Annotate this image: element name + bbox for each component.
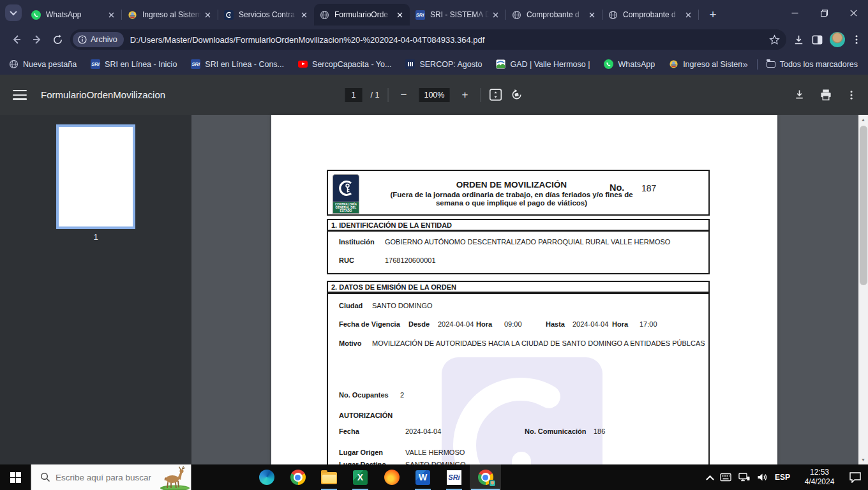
start-button[interactable] <box>0 464 31 490</box>
side-panel-icon[interactable] <box>811 34 823 46</box>
back-button[interactable] <box>6 29 27 50</box>
address-bar[interactable]: Archivo D:/Users/Master/Downloads/Formul… <box>70 29 786 50</box>
field-value: 2 <box>400 391 404 399</box>
scroll-down-arrow[interactable]: ▼ <box>858 455 868 464</box>
tab-close-icon[interactable] <box>587 10 597 20</box>
bookmark-sercopcapacita[interactable]: SercopCapacita - Yo... <box>298 60 391 69</box>
taskbar-clock[interactable]: 12:53 4/4/2024 <box>797 468 842 487</box>
page-thumbnail-selected[interactable] <box>56 124 135 229</box>
address-toolbar: Archivo D:/Users/Master/Downloads/Formul… <box>0 26 868 54</box>
close-window-button[interactable] <box>839 0 868 26</box>
taskbar-chrome-button[interactable] <box>282 464 313 490</box>
ciudad-row: Ciudad SANTO DOMINGO <box>328 302 708 311</box>
scroll-up-arrow[interactable]: ▲ <box>858 115 868 124</box>
rotate-button[interactable] <box>510 89 523 101</box>
bookmark-whatsapp[interactable]: WhatsApp <box>604 59 655 69</box>
browser-menu-icon[interactable] <box>851 34 862 45</box>
tab-close-icon[interactable] <box>490 10 500 20</box>
touch-keyboard-icon[interactable] <box>720 473 731 482</box>
field-value: MOVILIZACIÓN DE AUTORIDADES HACIA LA CIU… <box>372 339 705 347</box>
field-label: Fecha de Vigencia <box>339 320 400 328</box>
tab-close-icon[interactable] <box>683 10 693 20</box>
taskbar-chrome-active-button[interactable] <box>470 464 501 490</box>
fecha-comunicacion-row: Fecha 2024-04-04 No. Comunicación 186 <box>328 427 708 436</box>
scrollbar-thumb[interactable] <box>860 126 867 285</box>
all-bookmarks-label: Todos los marcadores <box>780 60 858 69</box>
bookmark-sercop-agosto[interactable]: SERCOP: Agosto <box>405 59 482 69</box>
minimize-button[interactable] <box>780 0 809 26</box>
tab-comprobante-1[interactable]: Comprobante d <box>506 4 602 26</box>
network-icon[interactable] <box>738 473 750 482</box>
search-input[interactable] <box>56 473 151 482</box>
tab-sri-sistema[interactable]: SRi SRI - SISTEMA DI <box>410 4 505 26</box>
bookmark-sri-inicio[interactable]: SRi SRI en Línea - Inicio <box>91 59 177 69</box>
zoom-in-button[interactable]: + <box>458 89 472 101</box>
taskbar-excel-button[interactable]: X <box>345 464 376 490</box>
tab-title: Comprobante d <box>527 10 587 19</box>
form-header-box: CONTRALORÍA GENERAL DEL ESTADO ORDEN DE … <box>327 170 710 216</box>
page-number-input[interactable] <box>345 88 363 102</box>
pdf-page[interactable]: CONTRALORÍA GENERAL DEL ESTADO ORDEN DE … <box>271 115 777 464</box>
cge-logo-icon <box>223 10 234 20</box>
globe-icon <box>319 10 329 20</box>
profile-avatar[interactable] <box>830 32 845 47</box>
bookmark-nueva-pestana[interactable]: Nueva pestaña <box>9 59 77 69</box>
bookmarks-bar: Nueva pestaña SRi SRI en Línea - Inicio … <box>0 54 868 75</box>
section2-title-box: 2. DATOS DE EMISIÓN DE LA ORDEN <box>327 281 710 293</box>
pdf-menu-icon[interactable] <box>13 90 27 103</box>
downloads-icon[interactable] <box>793 34 805 46</box>
tab-comprobante-2[interactable]: Comprobante d <box>602 4 698 26</box>
edge-icon <box>259 470 274 485</box>
tab-formulario-active[interactable]: FormularioOrde <box>314 4 410 26</box>
bookmark-gad-valle-hermoso[interactable]: GAD | Valle Hermoso | <box>496 59 590 69</box>
zoom-out-button[interactable]: − <box>396 89 410 101</box>
bookmark-ingreso-sistema[interactable]: Ingreso al Sistema -... <box>669 59 742 69</box>
form-number-label: No. <box>610 182 624 193</box>
globe-icon <box>9 59 19 69</box>
field-value: GOBIERNO AUTÓNOMO DESCENTRALIZADO PARROQ… <box>385 238 670 246</box>
tab-title: FormularioOrde <box>334 10 394 19</box>
fit-page-button[interactable] <box>489 89 502 101</box>
url-text[interactable]: D:/Users/Master/Downloads/FormularioOrde… <box>130 35 763 45</box>
taskbar-edge-button[interactable] <box>251 464 282 490</box>
tray-expand-icon[interactable] <box>706 475 714 483</box>
maximize-button[interactable] <box>809 0 839 26</box>
reload-button[interactable] <box>47 29 68 50</box>
pdf-scrollbar[interactable]: ▲ ▼ <box>858 115 868 464</box>
bookmarks-overflow-chevron[interactable]: » <box>742 59 747 70</box>
taskbar-explorer-button[interactable] <box>313 464 345 490</box>
thumbnail-page <box>59 127 133 226</box>
tab-search-button[interactable] <box>5 4 22 21</box>
form-subtitle: (Fuera de la jornada ordinaria de trabaj… <box>389 191 634 207</box>
taskbar-sri-button[interactable]: SRi <box>438 464 470 490</box>
language-indicator[interactable]: ESP <box>775 473 790 482</box>
deer-of-the-day-image[interactable] <box>158 466 191 490</box>
taskbar-word-button[interactable]: W <box>407 464 438 490</box>
chevron-down-icon <box>10 8 17 15</box>
zoom-level-value[interactable]: 100% <box>419 88 449 102</box>
new-tab-button[interactable]: + <box>704 6 722 24</box>
tab-servicios[interactable]: Servicios Contra <box>218 4 314 26</box>
field-label: RUC <box>339 256 354 264</box>
pdf-more-icon[interactable] <box>846 90 857 100</box>
tab-close-icon[interactable] <box>394 10 405 20</box>
tab-close-icon[interactable] <box>106 10 116 20</box>
bookmark-star-icon[interactable] <box>769 34 780 45</box>
pdf-print-icon[interactable] <box>819 89 832 101</box>
pdf-download-icon[interactable] <box>793 89 805 101</box>
taskbar-search[interactable] <box>31 464 191 490</box>
forward-button[interactable] <box>27 29 47 50</box>
tab-ingreso-sistema[interactable]: Ingreso al Sistem <box>122 4 218 26</box>
tab-whatsapp[interactable]: WhatsApp <box>26 4 121 26</box>
bookmark-sri-consultas[interactable]: SRi SRI en Línea - Cons... <box>191 59 284 69</box>
volume-icon[interactable] <box>757 473 768 482</box>
clock-time: 12:53 <box>797 468 842 477</box>
firefox-icon <box>384 470 400 485</box>
notification-center-icon[interactable] <box>849 471 862 483</box>
tab-close-icon[interactable] <box>299 10 309 20</box>
taskbar-firefox-button[interactable] <box>376 464 407 490</box>
file-scheme-chip[interactable]: Archivo <box>73 32 124 47</box>
hasta-value: 2024-04-04 <box>572 320 608 328</box>
tab-close-icon[interactable] <box>202 10 213 20</box>
all-bookmarks-button[interactable]: Todos los marcadores <box>767 60 858 69</box>
